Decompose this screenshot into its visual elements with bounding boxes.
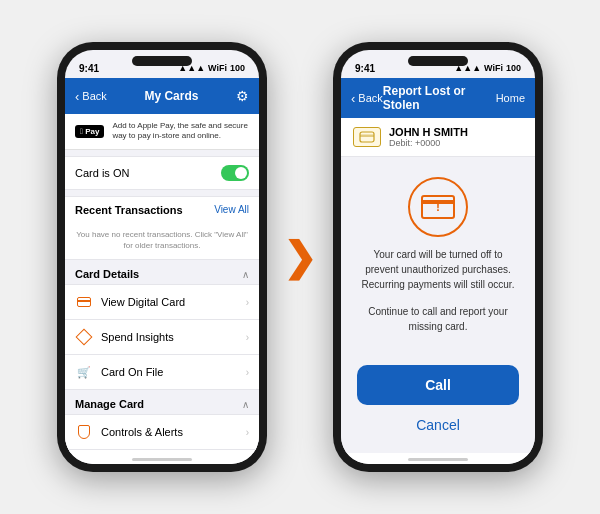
chevron-icon: ›: [246, 367, 249, 378]
card-on-section: Card is ON: [65, 156, 259, 190]
home-bar-2: [408, 458, 468, 461]
card-number: Debit: +0000: [389, 138, 523, 148]
phone2: 9:41 ▲▲▲ WiFi 100 ‹ Back Report Lost or …: [333, 42, 543, 472]
controls-alerts-label: Controls & Alerts: [101, 426, 246, 438]
back-label-1: Back: [82, 90, 106, 102]
action-buttons: Call Cancel: [341, 355, 535, 453]
warning-card-icon: [421, 195, 455, 219]
home-indicator-2: [341, 453, 535, 464]
apple-pay-banner:  Pay Add to Apple Pay, the safe and sec…: [65, 114, 259, 150]
card-details-title: Card Details: [75, 268, 139, 280]
back-button-2[interactable]: ‹ Back: [351, 91, 383, 106]
phone1-screen: 9:41 ▲▲▲ WiFi 100 ‹ Back My Cards ⚙: [65, 50, 259, 464]
view-all-link[interactable]: View All: [214, 204, 249, 215]
nav-title-1: My Cards: [144, 89, 198, 103]
nav-bar-2: ‹ Back Report Lost or Stolen Home: [341, 78, 535, 118]
manage-card-group: Controls & Alerts › ✈ Manage Travel Plan…: [65, 414, 259, 453]
card-icon: [75, 293, 93, 311]
card-toggle[interactable]: [221, 165, 249, 181]
screen1-content:  Pay Add to Apple Pay, the safe and sec…: [65, 114, 259, 453]
phone1: 9:41 ▲▲▲ WiFi 100 ‹ Back My Cards ⚙: [57, 42, 267, 472]
manage-card-title: Manage Card: [75, 398, 144, 410]
report-message: Your card will be turned off to prevent …: [341, 247, 535, 304]
card-details-header: Card Details ∧: [65, 260, 259, 284]
screen2-content: JOHN H SMITH Debit: +0000 Your card will…: [341, 118, 535, 453]
manage-card-chevron: ∧: [242, 399, 249, 410]
apple-icon: : [80, 127, 83, 136]
dynamic-island: [132, 56, 192, 66]
home-button-2[interactable]: Home: [496, 92, 525, 104]
warning-circle: [408, 177, 468, 237]
transactions-title: Recent Transactions: [75, 204, 183, 216]
cancel-button[interactable]: Cancel: [357, 413, 519, 437]
cart-icon: 🛒: [75, 363, 93, 381]
nav-title-2: Report Lost or Stolen: [383, 84, 496, 112]
apple-pay-text: Add to Apple Pay, the safe and secure wa…: [112, 121, 249, 142]
arrow-icon: ❯: [283, 234, 317, 280]
battery-icon-2: 100: [506, 63, 521, 73]
card-info-icon: [353, 127, 381, 147]
nav-bar-1: ‹ Back My Cards ⚙: [65, 78, 259, 114]
view-digital-card-label: View Digital Card: [101, 296, 246, 308]
back-label-2: Back: [358, 92, 382, 104]
card-info-bar: JOHN H SMITH Debit: +0000: [341, 118, 535, 157]
view-digital-card-item[interactable]: View Digital Card ›: [65, 285, 259, 320]
spend-insights-label: Spend Insights: [101, 331, 246, 343]
home-indicator-1: [65, 453, 259, 464]
controls-alerts-item[interactable]: Controls & Alerts ›: [65, 415, 259, 450]
dynamic-island-2: [408, 56, 468, 66]
card-on-file-item[interactable]: 🛒 Card On File ›: [65, 355, 259, 389]
phone2-screen: 9:41 ▲▲▲ WiFi 100 ‹ Back Report Lost or …: [341, 50, 535, 464]
back-button-1[interactable]: ‹ Back: [75, 89, 107, 104]
status-time-2: 9:41: [355, 63, 375, 74]
back-chevron-icon-1: ‹: [75, 89, 79, 104]
apple-pay-logo:  Pay: [75, 125, 104, 138]
transactions-header: Recent Transactions View All: [65, 197, 259, 223]
chevron-icon: ›: [246, 332, 249, 343]
card-details-group: View Digital Card › Spend Insights › 🛒 C…: [65, 284, 259, 390]
card-holder-name: JOHN H SMITH: [389, 126, 523, 138]
phones-container: 9:41 ▲▲▲ WiFi 100 ‹ Back My Cards ⚙: [57, 42, 543, 472]
travel-plans-item[interactable]: ✈ Manage Travel Plans ›: [65, 450, 259, 453]
wifi-icon-2: WiFi: [484, 63, 503, 73]
spend-insights-item[interactable]: Spend Insights ›: [65, 320, 259, 355]
chevron-icon: ›: [246, 297, 249, 308]
call-button[interactable]: Call: [357, 365, 519, 405]
gear-icon-1[interactable]: ⚙: [236, 88, 249, 104]
warning-icon-container: [341, 157, 535, 247]
back-chevron-icon-2: ‹: [351, 91, 355, 106]
card-details-chevron: ∧: [242, 269, 249, 280]
no-transactions-text: You have no recent transactions. Click "…: [65, 223, 259, 259]
insights-icon: [75, 328, 93, 346]
home-bar-1: [132, 458, 192, 461]
shield-icon: [75, 423, 93, 441]
card-info-text: JOHN H SMITH Debit: +0000: [389, 126, 523, 148]
card-on-file-label: Card On File: [101, 366, 246, 378]
wifi-icon-1: WiFi: [208, 63, 227, 73]
battery-icon-1: 100: [230, 63, 245, 73]
card-svg-icon: [359, 131, 375, 143]
arrow-indicator: ❯: [283, 234, 317, 280]
transactions-section: Recent Transactions View All You have no…: [65, 196, 259, 260]
status-time-1: 9:41: [79, 63, 99, 74]
manage-card-header: Manage Card ∧: [65, 390, 259, 414]
continue-message: Continue to call and report your missing…: [341, 304, 535, 354]
card-on-label: Card is ON: [75, 167, 129, 179]
chevron-icon: ›: [246, 427, 249, 438]
svg-rect-1: [360, 135, 374, 138]
